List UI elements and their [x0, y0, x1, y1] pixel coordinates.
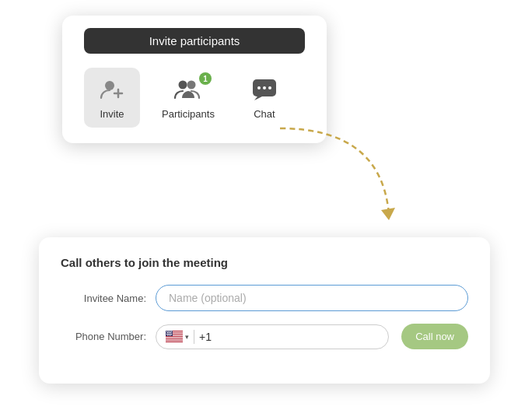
invite-participants-card: Invite participants Invite 1 — [62, 16, 327, 143]
svg-point-31 — [169, 335, 170, 335]
svg-rect-16 — [166, 338, 183, 339]
call-now-button[interactable]: Call now — [401, 324, 468, 349]
svg-point-24 — [169, 332, 170, 333]
svg-point-8 — [263, 86, 266, 89]
svg-point-27 — [168, 334, 169, 335]
svg-point-23 — [167, 332, 168, 333]
phone-divider — [194, 330, 194, 344]
invitee-name-label: Invitee Name: — [61, 293, 146, 304]
phone-prefix: +1 — [199, 331, 212, 343]
phone-input-wrapper: ▾ +1 — [156, 324, 389, 349]
toolbar-item-participants[interactable]: 1 Participants — [148, 68, 229, 128]
phone-row-right: ▾ +1 Call now — [156, 324, 468, 349]
participants-label: Participants — [162, 108, 215, 120]
svg-point-19 — [166, 331, 167, 332]
chat-label: Chat — [254, 108, 275, 120]
us-flag-icon — [166, 331, 183, 342]
toolbar-items: Invite 1 Participants — [84, 68, 305, 128]
participants-icon — [174, 75, 202, 103]
svg-point-30 — [167, 335, 168, 335]
svg-point-28 — [170, 334, 170, 335]
svg-point-0 — [105, 81, 114, 90]
call-others-card: Call others to join the meeting Invitee … — [39, 237, 490, 384]
phone-number-row: Phone Number: — [61, 324, 468, 349]
tooltip-label: Invite participants — [84, 28, 305, 54]
country-chevron-icon: ▾ — [185, 333, 189, 341]
toolbar-item-invite[interactable]: Invite — [84, 68, 140, 128]
svg-rect-17 — [166, 341, 183, 342]
svg-point-26 — [166, 334, 167, 335]
participants-badge: 1 — [199, 72, 212, 85]
svg-point-25 — [170, 332, 171, 333]
invite-icon — [98, 75, 126, 103]
invitee-name-row: Invitee Name: — [61, 285, 468, 311]
svg-marker-10 — [381, 208, 395, 220]
toolbar-item-chat[interactable]: Chat — [236, 68, 292, 128]
svg-point-29 — [171, 334, 172, 335]
country-code-btn[interactable]: ▾ — [166, 331, 189, 342]
svg-point-20 — [168, 331, 169, 332]
svg-point-22 — [171, 331, 172, 332]
invite-label: Invite — [100, 108, 124, 120]
svg-point-9 — [268, 86, 271, 89]
phone-number-label: Phone Number: — [61, 331, 146, 342]
svg-point-4 — [187, 81, 195, 89]
svg-point-21 — [170, 331, 170, 332]
svg-marker-6 — [254, 96, 262, 100]
bottom-card-title: Call others to join the meeting — [61, 256, 468, 269]
chat-icon — [250, 75, 278, 103]
svg-point-32 — [170, 335, 171, 335]
svg-point-7 — [257, 86, 261, 89]
svg-point-3 — [178, 81, 187, 89]
invitee-name-input[interactable] — [156, 285, 468, 311]
svg-rect-15 — [166, 337, 183, 338]
